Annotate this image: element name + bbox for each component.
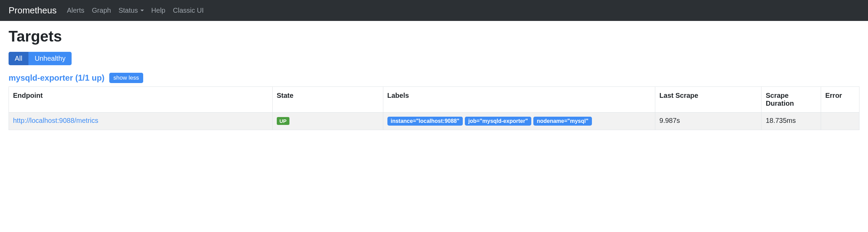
filter-all-button[interactable]: All [9,52,28,65]
filter-group: All Unhealthy [9,52,72,65]
nav-link-status[interactable]: Status [119,7,144,14]
navbar: Prometheus Alerts Graph Status Help Clas… [0,0,868,21]
td-labels: instance="localhost:9088" job="mysqld-ex… [383,113,655,130]
nav-link-help[interactable]: Help [151,7,165,14]
label-badge: nodename="mysql" [533,117,592,126]
page-title: Targets [9,28,859,45]
td-error [821,113,859,130]
label-badge: instance="localhost:9088" [387,117,463,126]
th-scrape-duration: Scrape Duration [761,87,821,113]
th-endpoint: Endpoint [9,87,273,113]
nav-link-classic[interactable]: Classic UI [173,7,204,14]
job-title-link[interactable]: mysqld-exporter (1/1 up) [9,73,104,83]
main-container: Targets All Unhealthy mysqld-exporter (1… [0,21,868,137]
td-scrape-duration: 18.735ms [761,113,821,130]
targets-table: Endpoint State Labels Last Scrape Scrape… [9,86,859,130]
td-last-scrape: 9.987s [655,113,761,130]
navbar-brand[interactable]: Prometheus [9,5,57,16]
nav-link-alerts[interactable]: Alerts [67,7,84,14]
nav-link-status-label: Status [119,7,138,14]
td-endpoint: http://localhost:9088/metrics [9,113,273,130]
td-state: UP [272,113,383,130]
navbar-nav: Alerts Graph Status Help Classic UI [67,7,204,14]
th-labels: Labels [383,87,655,113]
th-error: Error [821,87,859,113]
job-header: mysqld-exporter (1/1 up) show less [9,73,859,83]
show-less-button[interactable]: show less [109,73,143,83]
endpoint-link[interactable]: http://localhost:9088/metrics [13,117,98,124]
nav-link-graph[interactable]: Graph [92,7,111,14]
table-header-row: Endpoint State Labels Last Scrape Scrape… [9,87,859,113]
chevron-down-icon [140,10,144,11]
th-state: State [272,87,383,113]
labels-container: instance="localhost:9088" job="mysqld-ex… [387,117,651,126]
state-badge: UP [277,117,289,125]
label-badge: job="mysqld-exporter" [465,117,531,126]
filter-unhealthy-button[interactable]: Unhealthy [28,52,72,65]
th-last-scrape: Last Scrape [655,87,761,113]
table-row: http://localhost:9088/metrics UP instanc… [9,113,859,130]
